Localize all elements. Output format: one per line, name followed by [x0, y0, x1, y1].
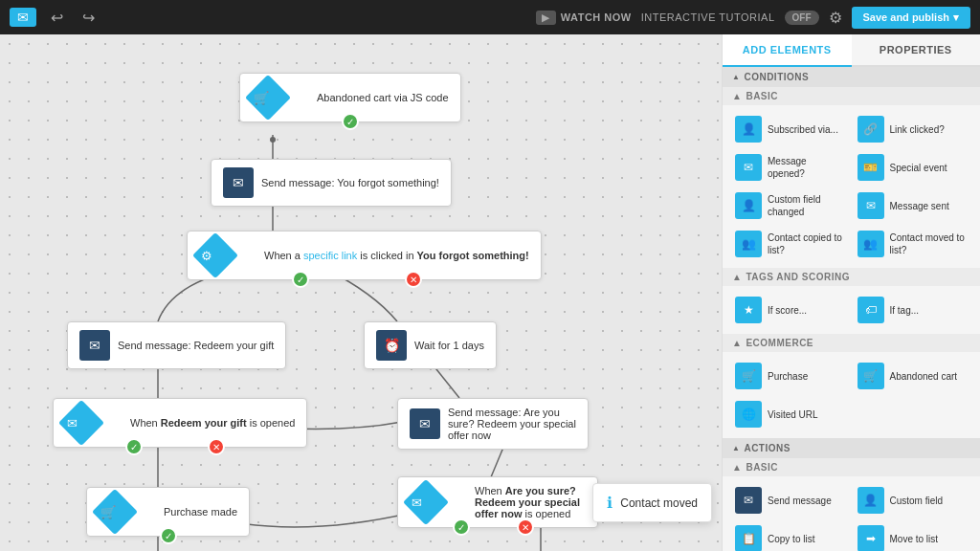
wait-icon: ⏰	[376, 330, 407, 361]
actions-grid: ✉ Send message 👤 Custom field 📋 Copy to …	[723, 476, 980, 551]
tutorial-toggle[interactable]: OFF	[785, 11, 819, 25]
custom-field-action-label: Custom field	[890, 495, 944, 507]
purchase-label: Purchase	[768, 370, 808, 383]
move-list-icon: ➡	[858, 525, 884, 551]
topbar: ✉ ↩ ↪ ▶ WATCH NOW INTERACTIVE TUTORIAL O…	[0, 0, 980, 34]
tutorial-label: INTERACTIVE TUTORIAL	[641, 11, 775, 23]
elem-purchase[interactable]: 🛒 Purchase	[732, 360, 849, 392]
check-badge-6: ✓	[125, 438, 143, 455]
score-icon: ★	[735, 297, 762, 323]
watch-now-button[interactable]: ▶ WATCH NOW	[536, 11, 631, 25]
subsection-ecommerce: ▲ ECOMMERCE	[723, 334, 980, 352]
check-badge-8: ✓	[160, 527, 177, 544]
elem-copy-to-list[interactable]: 📋 Copy to list	[732, 522, 849, 551]
elem-message-opened[interactable]: ✉ Message opened?	[732, 151, 849, 184]
node-link-clicked[interactable]: ⚙ When a specific link is clicked in You…	[187, 231, 542, 280]
node-sure-label: Send message: Are you sure? Redeem your …	[448, 407, 576, 441]
toast-notification: ℹ Contact moved	[592, 483, 712, 522]
subsection-tags-scoring: ▲ TAGS AND SCORING	[723, 268, 980, 286]
link-clicked-label: Link clicked?	[890, 123, 945, 136]
elem-send-message-action[interactable]: ✉ Send message	[732, 484, 849, 517]
ecommerce-arrow: ▲	[732, 338, 742, 348]
actions-basic-arrow: ▲	[732, 462, 742, 473]
subscribed-label: Subscribed via...	[768, 123, 838, 136]
basic-arrow: ▲	[732, 91, 742, 101]
elem-abandoned-cart[interactable]: 🛒 Abandoned cart	[855, 360, 971, 392]
x-badge-9: ✕	[517, 518, 534, 536]
purchase-icon: 🛒	[735, 363, 762, 389]
custom-field-action-icon: 👤	[858, 487, 884, 514]
send-icon-2: ✉	[223, 167, 254, 198]
node-purchase[interactable]: 🛒 Purchase made ✓	[86, 487, 250, 537]
subsection-basic-actions: ▲ BASIC	[723, 458, 980, 476]
check-badge-9: ✓	[453, 518, 470, 536]
msg-open-icon: ✉	[735, 154, 762, 181]
workflow-canvas[interactable]: 🛒 Abandoned cart via JS code ✓ ✉ Send me…	[0, 34, 722, 551]
elem-custom-field-action[interactable]: 👤 Custom field	[855, 484, 971, 517]
elem-custom-field[interactable]: 👤 Custom field changed	[732, 189, 849, 222]
node-redeem-gift[interactable]: ✉ Send message: Redeem your gift	[67, 321, 286, 369]
ecommerce-label: ECOMMERCE	[746, 338, 813, 348]
x-badge-6: ✕	[208, 438, 225, 455]
panel-tabs: ADD ELEMENTS PROPERTIES	[723, 34, 980, 67]
visited-url-icon: 🌐	[735, 401, 762, 428]
undo-button[interactable]: ↩	[46, 7, 68, 29]
copy-list-label: Copy to list	[768, 533, 814, 545]
abandoned-cart-icon: 🛒	[858, 363, 884, 389]
node-send-sure[interactable]: ✉ Send message: Are you sure? Redeem you…	[397, 398, 589, 450]
logo-icon: ✉	[10, 8, 36, 27]
message-sent-label: Message sent	[890, 200, 949, 212]
node-redeem-label: Send message: Redeem your gift	[118, 340, 274, 351]
tab-add-elements[interactable]: ADD ELEMENTS	[723, 34, 852, 67]
custom-field-icon: 👤	[735, 192, 762, 219]
elem-subscribed-via[interactable]: 👤 Subscribed via...	[732, 113, 849, 145]
redo-button[interactable]: ↪	[78, 7, 100, 29]
node-wait[interactable]: ⏰ Wait for 1 days	[364, 321, 497, 369]
save-publish-button[interactable]: Save and publish ▾	[852, 7, 970, 29]
send-msg-action-label: Send message	[768, 495, 832, 507]
conditions-arrow: ▲	[732, 73, 740, 81]
special-event-label: Special event	[890, 162, 947, 174]
tab-properties[interactable]: PROPERTIES	[852, 34, 981, 65]
elem-message-sent[interactable]: ✉ Message sent	[855, 189, 971, 222]
basic-label: BASIC	[746, 91, 778, 101]
actions-basic-label: BASIC	[746, 462, 778, 473]
main-layout: 🛒 Abandoned cart via JS code ✓ ✉ Send me…	[0, 34, 980, 551]
visited-url-label: Visited URL	[768, 408, 818, 421]
contact-copied-icon: 👥	[735, 231, 762, 257]
node-redeem-opened[interactable]: ✉ When Redeem your gift is opened ✓ ✕	[53, 398, 307, 448]
message-opened-label: Message opened?	[768, 155, 846, 180]
subscribed-icon: 👤	[735, 116, 762, 143]
elem-if-score[interactable]: ★ If score...	[732, 294, 849, 326]
elem-if-tag[interactable]: 🏷 If tag...	[855, 294, 971, 326]
score-label: If score...	[768, 304, 807, 317]
conditions-label: CONDITIONS	[744, 72, 809, 82]
tag-label: If tag...	[890, 304, 920, 317]
section-conditions: ▲ CONDITIONS	[723, 67, 980, 87]
watch-now-label: WATCH NOW	[561, 11, 632, 23]
link-icon: 🔗	[858, 116, 884, 143]
elem-contact-copied[interactable]: 👥 Contact copied to list?	[732, 228, 849, 260]
right-panel: ADD ELEMENTS PROPERTIES ▲ CONDITIONS ▲ B…	[722, 34, 980, 551]
node-send-forgot[interactable]: ✉ Send message: You forgot something!	[211, 159, 452, 207]
elem-contact-moved[interactable]: 👥 Contact moved to list?	[855, 228, 971, 260]
elem-special-event[interactable]: 🎫 Special event	[855, 151, 971, 184]
node-sure-opened-label: When Are you sure? Redeem your special o…	[475, 485, 586, 519]
tags-grid: ★ If score... 🏷 If tag...	[723, 286, 980, 334]
toast-info-icon: ℹ	[607, 494, 612, 512]
elem-move-to-list[interactable]: ➡ Move to list	[855, 522, 971, 551]
elem-visited-url[interactable]: 🌐 Visited URL	[732, 398, 849, 430]
node-abandoned-cart[interactable]: 🛒 Abandoned cart via JS code ✓	[239, 73, 461, 122]
tags-label: TAGS AND SCORING	[746, 272, 850, 282]
copy-list-icon: 📋	[735, 525, 762, 551]
tags-arrow: ▲	[732, 272, 742, 282]
move-list-label: Move to list	[890, 533, 939, 545]
check-badge-1: ✓	[342, 113, 359, 130]
svg-point-7	[270, 137, 276, 143]
actions-label: ACTIONS	[744, 443, 791, 453]
settings-button[interactable]: ⚙	[829, 9, 842, 27]
node-purchase-label: Purchase made	[164, 506, 237, 518]
msg-sent-icon: ✉	[858, 192, 884, 219]
elem-link-clicked[interactable]: 🔗 Link clicked?	[855, 113, 971, 145]
node-sure-opened[interactable]: ✉ When Are you sure? Redeem your special…	[397, 476, 598, 528]
